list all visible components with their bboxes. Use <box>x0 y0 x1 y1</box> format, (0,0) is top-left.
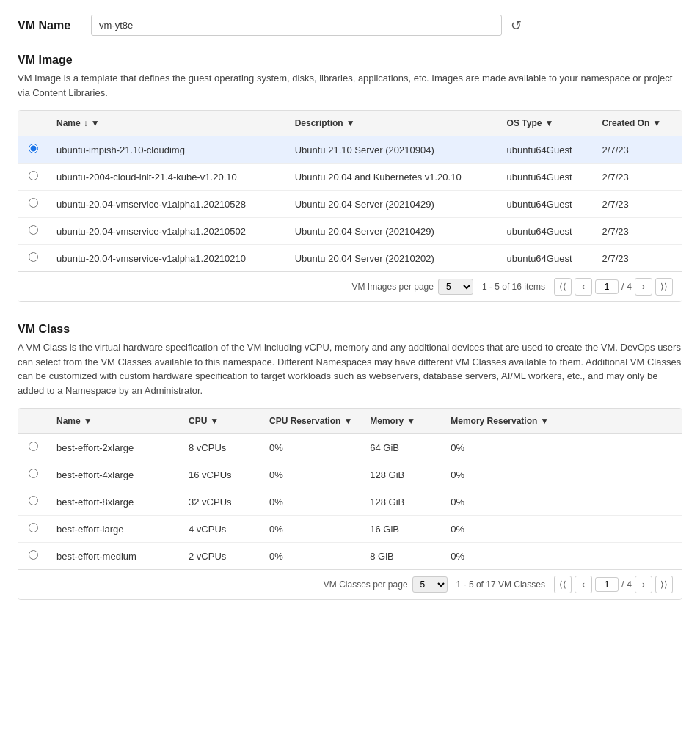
vm-class-last-page[interactable]: ⟩⟩ <box>655 576 673 593</box>
vm-image-per-page-select[interactable]: 5 10 25 <box>438 279 473 295</box>
vm-image-name-cell: ubuntu-20.04-vmservice-v1alpha1.20210210 <box>48 245 286 272</box>
vm-image-createdon-cell: 2/7/23 <box>594 164 682 191</box>
radio-cell[interactable] <box>18 164 48 191</box>
vm-image-desc-cell: Ubuntu 20.04 Server (20210429) <box>286 218 498 245</box>
vm-class-radio-0[interactable] <box>29 442 38 451</box>
vm-image-pagination: VM Images per page 5 10 25 1 - 5 of 16 i… <box>18 271 682 301</box>
radio-cell[interactable] <box>18 434 48 461</box>
radio-cell[interactable] <box>18 136 48 164</box>
vm-class-mem-res-cell: 0% <box>442 488 682 516</box>
vm-image-per-page-label: VM Images per page <box>352 282 434 292</box>
class-cpu-res-filter-icon[interactable]: ▼ <box>343 416 352 426</box>
radio-cell[interactable] <box>18 245 48 272</box>
vm-class-cpu-res-cell: 0% <box>260 488 361 516</box>
radio-cell[interactable] <box>18 191 48 218</box>
vm-image-desc-cell: Ubuntu 21.10 Server (20210904) <box>286 136 498 164</box>
vm-class-mem-res-cell: 0% <box>442 543 682 570</box>
vm-class-col-memory[interactable]: Memory ▼ <box>361 409 442 434</box>
vm-image-radio-2[interactable] <box>29 198 38 208</box>
vm-image-name-cell: ubuntu-20.04-vmservice-v1alpha1.20210502 <box>48 218 286 245</box>
vm-class-per-page-label: VM Classes per page <box>324 579 408 590</box>
vm-image-prev-page[interactable]: ‹ <box>575 278 592 296</box>
table-row[interactable]: best-effort-8xlarge 32 vCPUs 0% 128 GiB … <box>18 488 682 516</box>
vm-class-cpu-res-cell: 0% <box>260 434 361 461</box>
radio-cell[interactable] <box>18 516 48 543</box>
vm-class-col-select <box>18 409 48 434</box>
table-row[interactable]: best-effort-medium 2 vCPUs 0% 8 GiB 0% <box>18 543 682 570</box>
createdon-filter-icon[interactable]: ▼ <box>652 118 661 128</box>
vm-class-cpu-cell: 2 vCPUs <box>180 543 260 570</box>
vm-class-cpu-res-cell: 0% <box>260 516 361 543</box>
vm-class-col-cpu[interactable]: CPU ▼ <box>180 409 260 434</box>
vm-class-per-page: VM Classes per page 5 10 25 <box>324 576 448 593</box>
class-name-filter-icon[interactable]: ▼ <box>84 416 92 426</box>
radio-cell[interactable] <box>18 543 48 570</box>
vm-image-col-name[interactable]: Name ↓ ▼ <box>48 111 286 136</box>
radio-cell[interactable] <box>18 488 48 516</box>
vm-image-col-description[interactable]: Description ▼ <box>286 111 498 136</box>
vm-image-createdon-cell: 2/7/23 <box>594 136 682 164</box>
vm-class-mem-cell: 8 GiB <box>361 543 442 570</box>
vm-class-radio-2[interactable] <box>29 496 38 505</box>
vm-image-col-createdon[interactable]: Created On ▼ <box>594 111 682 136</box>
table-row[interactable]: ubuntu-impish-21.10-cloudimg Ubuntu 21.1… <box>18 136 682 164</box>
vm-image-name-cell: ubuntu-20.04-vmservice-v1alpha1.20210528 <box>48 191 286 218</box>
table-row[interactable]: ubuntu-20.04-vmservice-v1alpha1.20210528… <box>18 191 682 218</box>
table-row[interactable]: ubuntu-20.04-vmservice-v1alpha1.20210210… <box>18 245 682 272</box>
vm-class-name-cell: best-effort-2xlarge <box>48 434 180 461</box>
vm-image-radio-1[interactable] <box>29 171 38 180</box>
table-row[interactable]: ubuntu-20.04-vmservice-v1alpha1.20210502… <box>18 218 682 245</box>
vm-image-page-input[interactable] <box>595 279 619 294</box>
class-mem-filter-icon[interactable]: ▼ <box>406 416 415 426</box>
vm-image-last-page[interactable]: ⟩⟩ <box>655 278 673 296</box>
vm-class-mem-cell: 16 GiB <box>361 516 442 543</box>
vm-class-col-memory-reservation[interactable]: Memory Reservation ▼ <box>442 409 682 434</box>
vm-class-col-name[interactable]: Name ▼ <box>48 409 180 434</box>
vm-class-prev-page[interactable]: ‹ <box>575 576 592 593</box>
class-mem-res-filter-icon[interactable]: ▼ <box>540 416 549 426</box>
vm-image-ostype-cell: ubuntu64Guest <box>498 191 594 218</box>
vm-image-section: VM Image VM Image is a template that def… <box>18 54 682 302</box>
class-cpu-filter-icon[interactable]: ▼ <box>210 416 219 426</box>
desc-filter-icon[interactable]: ▼ <box>346 118 355 128</box>
vm-class-page-nav: ⟨⟨ ‹ / 4 › ⟩⟩ <box>554 576 673 593</box>
refresh-button[interactable]: ↺ <box>511 18 522 34</box>
vm-image-col-ostype[interactable]: OS Type ▼ <box>498 111 594 136</box>
vm-class-mem-cell: 128 GiB <box>361 488 442 516</box>
name-sort-icon[interactable]: ↓ <box>84 118 88 128</box>
radio-cell[interactable] <box>18 461 48 488</box>
vm-class-radio-4[interactable] <box>29 550 38 560</box>
vm-image-radio-3[interactable] <box>29 225 38 235</box>
vm-image-first-page[interactable]: ⟨⟨ <box>554 278 572 296</box>
vm-image-next-page[interactable]: › <box>635 278 652 296</box>
vm-class-name-cell: best-effort-8xlarge <box>48 488 180 516</box>
vm-class-mem-cell: 64 GiB <box>361 434 442 461</box>
vm-image-col-select <box>18 111 48 136</box>
vm-class-cpu-cell: 4 vCPUs <box>180 516 260 543</box>
vm-image-desc-cell: Ubuntu 20.04 Server (20210202) <box>286 245 498 272</box>
table-row[interactable]: best-effort-2xlarge 8 vCPUs 0% 64 GiB 0% <box>18 434 682 461</box>
ostype-filter-icon[interactable]: ▼ <box>544 118 553 128</box>
vm-class-cpu-res-cell: 0% <box>260 461 361 488</box>
table-row[interactable]: best-effort-large 4 vCPUs 0% 16 GiB 0% <box>18 516 682 543</box>
vm-class-mem-res-cell: 0% <box>442 461 682 488</box>
vm-image-radio-4[interactable] <box>29 252 38 262</box>
vm-name-label: VM Name <box>18 19 91 32</box>
vm-name-input[interactable] <box>91 15 502 36</box>
name-filter-icon[interactable]: ▼ <box>91 118 100 128</box>
vm-image-createdon-cell: 2/7/23 <box>594 191 682 218</box>
vm-class-next-page[interactable]: › <box>635 576 652 593</box>
vm-class-cpu-cell: 8 vCPUs <box>180 434 260 461</box>
vm-class-first-page[interactable]: ⟨⟨ <box>554 576 572 593</box>
vm-class-per-page-select[interactable]: 5 10 25 <box>412 576 448 593</box>
radio-cell[interactable] <box>18 218 48 245</box>
table-row[interactable]: best-effort-4xlarge 16 vCPUs 0% 128 GiB … <box>18 461 682 488</box>
vm-class-label: VM Class <box>18 323 682 336</box>
vm-image-createdon-cell: 2/7/23 <box>594 245 682 272</box>
table-row[interactable]: ubuntu-2004-cloud-init-21.4-kube-v1.20.1… <box>18 164 682 191</box>
vm-class-col-cpu-reservation[interactable]: CPU Reservation ▼ <box>260 409 361 434</box>
vm-image-radio-0[interactable] <box>29 144 38 153</box>
vm-class-page-input[interactable] <box>595 577 619 592</box>
vm-class-radio-3[interactable] <box>29 523 38 532</box>
vm-class-radio-1[interactable] <box>29 469 38 478</box>
